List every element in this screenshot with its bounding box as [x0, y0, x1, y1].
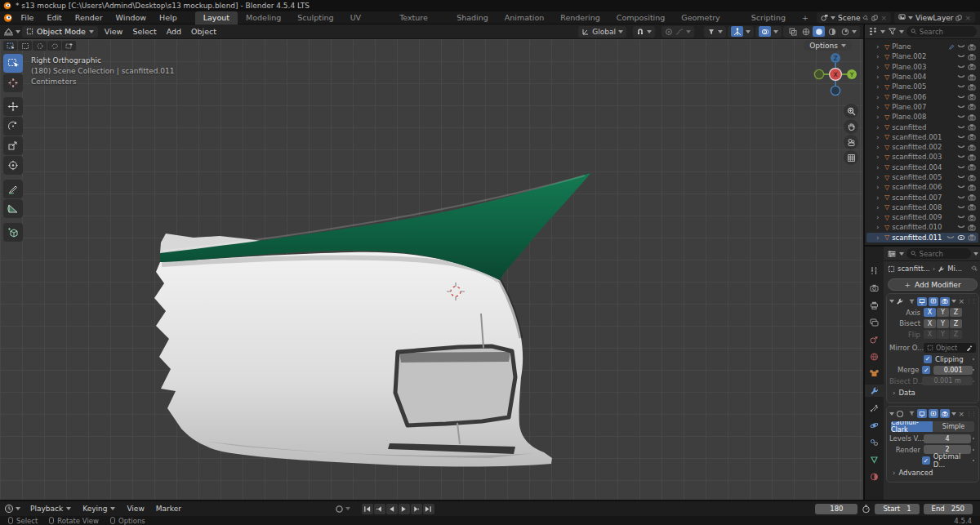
play-reverse-button[interactable] [386, 504, 398, 514]
shading-wireframe-button[interactable] [800, 26, 812, 37]
frame-end-field[interactable]: End 250 [924, 504, 973, 514]
viewport-menu-item[interactable]: Object [186, 24, 221, 39]
outliner-row[interactable]: › ▽ scanfitted.005 [866, 172, 978, 182]
object-name[interactable]: scanfitted.004 [892, 163, 955, 171]
object-name[interactable]: Plane [892, 42, 946, 51]
proportional-edit-group[interactable] [662, 26, 694, 38]
render-visibility-icon[interactable] [968, 234, 976, 241]
tab-modifiers-icon[interactable] [865, 385, 884, 397]
tab-scene-icon[interactable] [865, 333, 884, 345]
menu-item[interactable]: Render [69, 11, 109, 24]
delete-scene-icon[interactable]: × [880, 14, 887, 22]
bisect-x-toggle[interactable]: X [924, 319, 936, 328]
outliner-row[interactable]: › ▽ scanfitted.001 [866, 132, 978, 142]
tool-rotate[interactable] [3, 117, 23, 136]
delete-viewlayer-icon[interactable]: × [964, 14, 971, 22]
merge-checkbox[interactable]: ✓ [922, 366, 930, 374]
workspace-tab[interactable]: Geometry Nodes [673, 11, 742, 24]
render-toggle[interactable] [940, 409, 950, 418]
properties-search[interactable] [906, 248, 971, 259]
outliner-row[interactable]: › ▽ scanfitted.009 [866, 212, 978, 222]
render-visibility-icon[interactable] [968, 203, 976, 211]
modifier-extras-caret-icon[interactable] [951, 300, 956, 303]
tab-particles-icon[interactable] [865, 402, 884, 414]
object-name[interactable]: Plane.004 [892, 73, 955, 81]
outliner-type-caret-icon[interactable] [880, 30, 885, 33]
auto-keying-icon[interactable] [335, 505, 344, 514]
tool-measure[interactable] [3, 199, 23, 218]
breadcrumb-modifier[interactable]: Mi... [947, 265, 962, 273]
hide-viewport-icon[interactable] [957, 43, 965, 50]
levels-viewport-field[interactable]: 4 [924, 434, 971, 443]
object-name[interactable]: Plane.005 [892, 82, 955, 91]
pan-view-icon[interactable] [844, 119, 858, 134]
timeline-type-caret-icon[interactable] [16, 507, 20, 510]
overlays-toggle[interactable] [759, 26, 771, 37]
pin-icon[interactable] [862, 15, 869, 21]
current-frame-field[interactable]: 180 [815, 504, 858, 514]
tool-transform[interactable] [3, 156, 23, 175]
render-visibility-icon[interactable] [968, 123, 976, 131]
hide-viewport-icon[interactable] [957, 144, 965, 150]
object-name[interactable]: scanfitted.008 [892, 203, 955, 211]
workspace-tab[interactable]: Shading [448, 11, 497, 24]
axis-y-toggle[interactable]: Y [937, 308, 949, 317]
hide-viewport-icon[interactable] [957, 174, 965, 180]
render-visibility-icon[interactable] [968, 194, 976, 201]
menu-item[interactable]: Window [109, 11, 153, 24]
animate-dot-icon[interactable] [973, 358, 974, 360]
expand-chevron-icon[interactable]: › [876, 42, 882, 51]
workspace-tab[interactable]: Compositing [608, 11, 674, 24]
timeline-menu-item[interactable]: Playback [25, 505, 76, 513]
object-name[interactable]: Plane.003 [892, 63, 955, 71]
transform-orientation[interactable]: Global [578, 26, 626, 38]
render-visibility-icon[interactable] [968, 83, 976, 91]
flip-x-toggle[interactable]: X [924, 330, 936, 339]
realtime-toggle[interactable] [929, 297, 938, 306]
hide-viewport-icon[interactable] [957, 104, 965, 110]
timeline-menu-item[interactable]: Keying [78, 505, 120, 513]
editor-type-caret-icon[interactable] [16, 30, 20, 33]
copy-scene-icon[interactable] [871, 15, 878, 21]
gizmo-y-neg-axis[interactable] [814, 69, 823, 78]
overlays-toggle-group[interactable] [755, 26, 782, 38]
workspace-tab[interactable]: Animation [497, 11, 552, 24]
mode-selector[interactable]: Object Mode [22, 26, 98, 38]
tool-cursor[interactable] [3, 73, 23, 92]
outliner-row[interactable]: › ▽ Plane.008 [866, 112, 978, 122]
tab-viewlayer-icon[interactable] [865, 316, 884, 328]
object-name[interactable]: Plane.002 [892, 52, 955, 60]
outliner-row[interactable]: › ▽ Plane.003 [866, 62, 978, 72]
object-name[interactable]: scanfitted.006 [892, 183, 955, 191]
tool-add-cube[interactable] [3, 223, 23, 242]
viewport-3d[interactable]: Right Orthographic (180) Scene Collectio… [0, 39, 863, 500]
expand-chevron-icon[interactable]: › [876, 173, 882, 181]
delete-modifier-icon[interactable]: × [958, 410, 964, 418]
outliner-row[interactable]: › ▽ scanfitted.007 [866, 192, 978, 202]
expand-chevron-icon[interactable]: › [876, 203, 882, 211]
animate-dot-icon[interactable] [973, 369, 974, 371]
mirror-object-field[interactable]: Object [924, 343, 976, 353]
drag-grip-icon[interactable]: ⋮⋮ [966, 411, 976, 417]
hide-viewport-icon[interactable] [957, 164, 965, 171]
xray-toggle[interactable] [786, 26, 799, 37]
viewport-menu-item[interactable]: View [100, 24, 128, 39]
workspace-tab[interactable]: Layout [195, 11, 238, 24]
animate-dot-icon[interactable] [973, 460, 974, 461]
expand-chevron-icon[interactable]: › [876, 213, 882, 221]
render-visibility-icon[interactable] [968, 163, 976, 171]
outliner-search[interactable] [906, 26, 977, 37]
properties-options-caret-icon[interactable] [973, 252, 978, 256]
jump-to-start-button[interactable] [362, 504, 373, 514]
outliner-filter-caret-icon[interactable] [899, 30, 904, 33]
properties-search-input[interactable] [920, 250, 967, 258]
hide-viewport-icon[interactable] [957, 73, 965, 80]
gizmo-toggle-group[interactable] [728, 26, 754, 38]
timeline-editor-icon[interactable] [4, 504, 14, 514]
mirror-modifier-header[interactable]: × ⋮⋮ [889, 296, 976, 307]
outliner-row[interactable]: › ▽ Plane.005 [866, 82, 978, 91]
simple-button[interactable]: Simple [933, 421, 974, 432]
breadcrumb-object[interactable]: scanfitt... [898, 265, 930, 273]
object-name[interactable]: scanfitted.010 [892, 223, 955, 231]
render-visibility-icon[interactable] [968, 144, 976, 151]
